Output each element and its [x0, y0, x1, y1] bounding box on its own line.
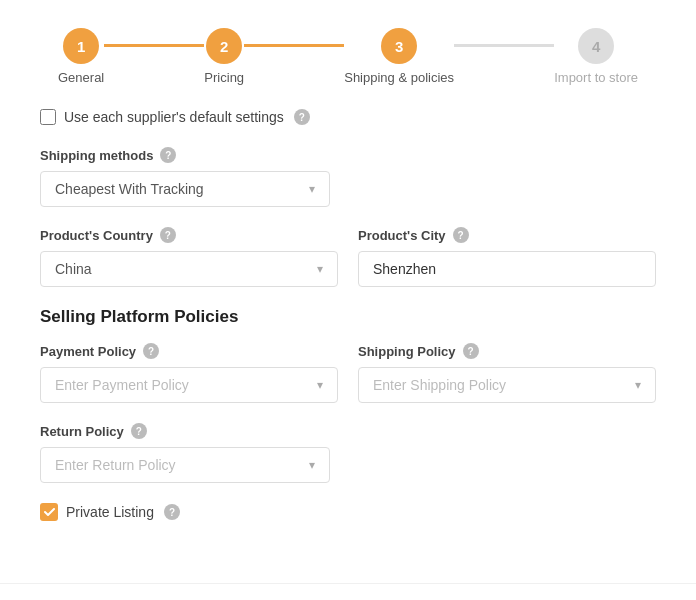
step-2-label: Pricing [204, 70, 244, 85]
step-1: 1 General [58, 28, 104, 85]
private-listing-row: Private Listing ? [40, 503, 656, 521]
payment-shipping-policy-row: Payment Policy ? Enter Payment Policy ▾ … [40, 343, 656, 403]
payment-policy-dropdown[interactable]: Enter Payment Policy ▾ [40, 367, 338, 403]
country-city-row: Product's Country ? China ▾ Product's Ci… [40, 227, 656, 287]
selling-platform-heading: Selling Platform Policies [40, 307, 656, 327]
step-line-2 [244, 44, 344, 47]
supplier-defaults-row: Use each supplier's default settings ? [40, 109, 656, 125]
return-policy-block: Return Policy ? Enter Return Policy ▾ [40, 423, 656, 483]
shipping-policy-help-icon[interactable]: ? [463, 343, 479, 359]
return-policy-dropdown[interactable]: Enter Return Policy ▾ [40, 447, 330, 483]
private-listing-checkbox[interactable] [40, 503, 58, 521]
step-3: 3 Shipping & policies [344, 28, 454, 85]
products-country-help-icon[interactable]: ? [160, 227, 176, 243]
shipping-methods-help-icon[interactable]: ? [160, 147, 176, 163]
products-country-dropdown[interactable]: China ▾ [40, 251, 338, 287]
shipping-policy-chevron-icon: ▾ [635, 378, 641, 392]
step-4-label: Import to store [554, 70, 638, 85]
step-1-circle: 1 [63, 28, 99, 64]
products-country-label: Product's Country ? [40, 227, 338, 243]
step-2-circle: 2 [206, 28, 242, 64]
payment-policy-block: Payment Policy ? Enter Payment Policy ▾ [40, 343, 338, 403]
return-policy-chevron-icon: ▾ [309, 458, 315, 472]
step-line-3 [454, 44, 554, 47]
shipping-policy-label: Shipping Policy ? [358, 343, 656, 359]
step-line-1 [104, 44, 204, 47]
private-listing-label: Private Listing [66, 504, 154, 520]
return-policy-label: Return Policy ? [40, 423, 656, 439]
payment-policy-label: Payment Policy ? [40, 343, 338, 359]
payment-policy-help-icon[interactable]: ? [143, 343, 159, 359]
step-3-circle: 3 [381, 28, 417, 64]
shipping-policy-block: Shipping Policy ? Enter Shipping Policy … [358, 343, 656, 403]
supplier-defaults-help-icon[interactable]: ? [294, 109, 310, 125]
shipping-methods-dropdown[interactable]: Cheapest With Tracking ▾ [40, 171, 330, 207]
products-country-block: Product's Country ? China ▾ [40, 227, 338, 287]
products-city-label: Product's City ? [358, 227, 656, 243]
products-country-chevron-icon: ▾ [317, 262, 323, 276]
shipping-policy-dropdown[interactable]: Enter Shipping Policy ▾ [358, 367, 656, 403]
return-policy-help-icon[interactable]: ? [131, 423, 147, 439]
shipping-methods-label: Shipping methods ? [40, 147, 656, 163]
products-city-help-icon[interactable]: ? [453, 227, 469, 243]
shipping-methods-chevron-icon: ▾ [309, 182, 315, 196]
supplier-defaults-checkbox[interactable] [40, 109, 56, 125]
step-1-label: General [58, 70, 104, 85]
products-city-input[interactable] [358, 251, 656, 287]
supplier-defaults-label: Use each supplier's default settings [64, 109, 284, 125]
step-2: 2 Pricing [204, 28, 244, 85]
private-listing-help-icon[interactable]: ? [164, 504, 180, 520]
footer: Back Next [0, 583, 696, 600]
products-city-block: Product's City ? [358, 227, 656, 287]
stepper: 1 General 2 Pricing 3 Shipping & policie… [0, 0, 696, 109]
shipping-methods-block: Shipping methods ? Cheapest With Trackin… [40, 147, 656, 207]
payment-policy-chevron-icon: ▾ [317, 378, 323, 392]
step-4: 4 Import to store [554, 28, 638, 85]
step-4-circle: 4 [578, 28, 614, 64]
form-content: Use each supplier's default settings ? S… [0, 109, 696, 573]
step-3-label: Shipping & policies [344, 70, 454, 85]
